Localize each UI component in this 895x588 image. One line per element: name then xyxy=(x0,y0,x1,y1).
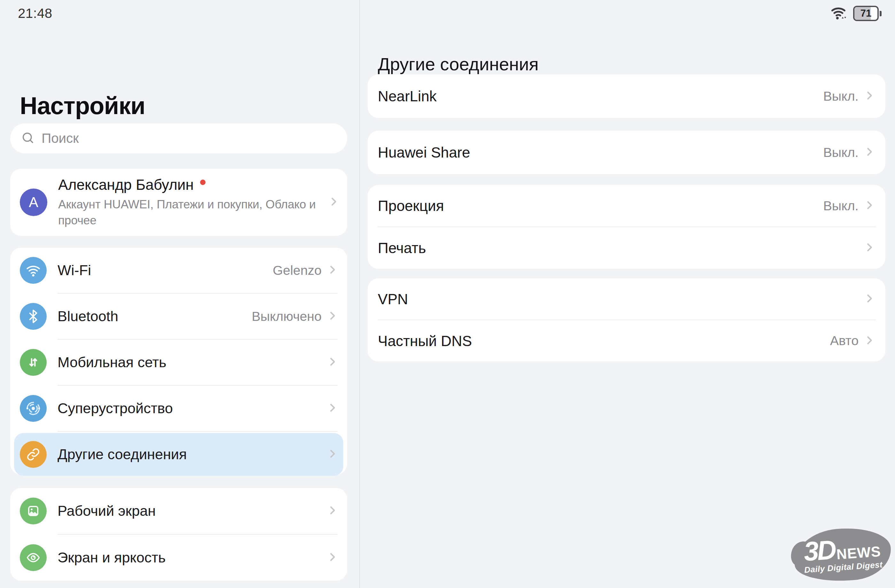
search-bar[interactable] xyxy=(10,123,347,153)
setting-item-huawei-share[interactable]: Huawei Share Выкл. xyxy=(368,131,885,174)
watermark-brush xyxy=(788,538,814,569)
status-bar: 21:48 71 xyxy=(0,3,895,24)
chevron-right-icon xyxy=(863,334,876,348)
search-icon xyxy=(21,131,35,146)
sidebar-item-super-device[interactable]: Суперустройство xyxy=(10,386,347,431)
mobile-data-icon xyxy=(20,349,47,376)
battery-nub xyxy=(880,11,881,16)
account-subtitle: Аккаунт HUAWEI, Платежи и покупки, Облак… xyxy=(58,197,327,229)
chevron-right-icon xyxy=(326,551,339,565)
bluetooth-icon xyxy=(20,303,47,330)
setting-label: VPN xyxy=(378,291,859,308)
account-text: Александр Бабулин Аккаунт HUAWEI, Платеж… xyxy=(58,176,327,229)
setting-label: Huawei Share xyxy=(378,144,823,161)
setting-label: Частный DNS xyxy=(378,332,830,350)
sidebar-item-other-connections[interactable]: Другие соединения xyxy=(14,433,343,476)
watermark-text: 3D NEWS Daily Digital Digest xyxy=(792,523,894,587)
chevron-right-icon xyxy=(327,195,340,209)
account-card[interactable]: A Александр Бабулин Аккаунт HUAWEI, Плат… xyxy=(10,169,347,236)
row-divider xyxy=(58,431,338,432)
chevron-right-icon xyxy=(326,504,339,518)
chevron-right-icon xyxy=(326,355,339,370)
setting-label: Печать xyxy=(378,239,859,257)
setting-item-print[interactable]: Печать xyxy=(368,227,885,269)
super-device-icon xyxy=(20,395,47,422)
sidebar-item-label: Wi-Fi xyxy=(58,262,273,279)
chevron-right-icon xyxy=(863,199,876,213)
setting-label: Проекция xyxy=(378,197,823,214)
setting-item-private-dns[interactable]: Частный DNS Авто xyxy=(368,320,885,361)
eye-icon xyxy=(20,544,47,571)
watermark-brush xyxy=(792,524,893,585)
chevron-right-icon xyxy=(863,241,876,255)
display-menu-card: Рабочий экран Экран и яркость xyxy=(10,488,347,580)
status-icons: 71 xyxy=(830,5,881,22)
sidebar-item-label: Экран и яркость xyxy=(58,549,322,566)
setting-item-projection[interactable]: Проекция Выкл. xyxy=(368,185,885,227)
pane-divider xyxy=(359,0,360,588)
wifi-icon xyxy=(20,257,47,284)
setting-label: NearLink xyxy=(378,88,823,105)
chevron-right-icon xyxy=(326,309,339,323)
link-icon xyxy=(20,441,47,468)
page-title: Настройки xyxy=(20,92,145,120)
sidebar-item-label: Bluetooth xyxy=(58,308,252,325)
account-name: Александр Бабулин xyxy=(58,176,194,193)
3dnews-watermark: 3D NEWS Daily Digital Digest xyxy=(793,527,892,584)
connectivity-menu-card: Wi-Fi Gelenzo Bluetooth Выключено xyxy=(10,248,347,474)
vpn-dns-card: VPN Частный DNS Авто xyxy=(368,278,885,361)
watermark-tagline: Daily Digital Digest xyxy=(804,559,883,575)
chevron-right-icon xyxy=(863,89,876,103)
sidebar-item-mobile-network[interactable]: Мобильная сеть xyxy=(10,340,347,385)
sidebar-item-label: Другие соединения xyxy=(58,446,322,463)
projection-print-card: Проекция Выкл. Печать xyxy=(368,185,885,269)
watermark-brand-3d: 3D xyxy=(803,539,836,563)
sidebar-item-home-screen[interactable]: Рабочий экран xyxy=(10,488,347,534)
wifi-status-icon xyxy=(830,5,849,22)
sidebar-item-value: Выключено xyxy=(252,309,322,324)
battery-percent: 71 xyxy=(854,7,877,20)
sidebar-item-value: Gelenzo xyxy=(273,263,322,278)
sidebar-item-wifi[interactable]: Wi-Fi Gelenzo xyxy=(10,248,347,293)
sidebar-item-display-brightness[interactable]: Экран и яркость xyxy=(10,535,347,580)
sidebar-item-label: Суперустройство xyxy=(58,400,322,417)
chevron-right-icon xyxy=(326,447,339,461)
sidebar-item-label: Мобильная сеть xyxy=(58,354,322,371)
chevron-right-icon xyxy=(863,292,876,306)
section-title: Другие соединения xyxy=(378,54,539,74)
sidebar-item-bluetooth[interactable]: Bluetooth Выключено xyxy=(10,294,347,339)
gallery-icon xyxy=(20,497,47,524)
setting-value: Авто xyxy=(830,333,859,348)
huawei-share-card: Huawei Share Выкл. xyxy=(368,131,885,174)
avatar: A xyxy=(20,189,47,216)
watermark-brand-news: NEWS xyxy=(836,546,881,561)
chevron-right-icon xyxy=(863,145,876,159)
setting-value: Выкл. xyxy=(823,89,859,104)
setting-item-vpn[interactable]: VPN xyxy=(368,278,885,320)
search-input[interactable] xyxy=(41,130,343,146)
battery-icon: 71 xyxy=(853,6,881,21)
notification-badge xyxy=(200,180,206,185)
setting-item-nearlink[interactable]: NearLink Выкл. xyxy=(368,74,885,118)
setting-value: Выкл. xyxy=(823,145,859,160)
chevron-right-icon xyxy=(326,263,339,277)
clock: 21:48 xyxy=(18,6,52,21)
setting-value: Выкл. xyxy=(823,199,859,214)
sidebar-item-label: Рабочий экран xyxy=(58,503,322,519)
chevron-right-icon xyxy=(326,402,339,415)
nearlink-card: NearLink Выкл. xyxy=(368,74,885,118)
settings-screen: 21:48 71 Настройк xyxy=(0,0,895,588)
